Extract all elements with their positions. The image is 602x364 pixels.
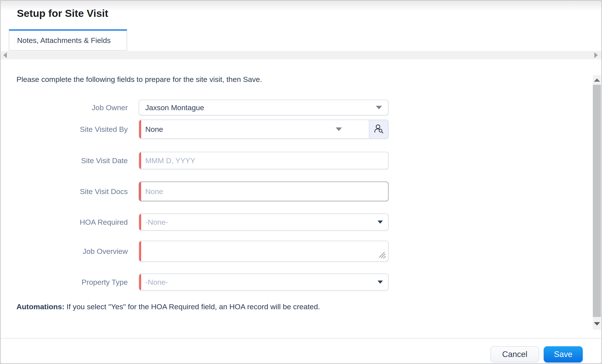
- property-type-value: -None-: [145, 278, 168, 286]
- site-visited-by-value: None: [145, 125, 163, 134]
- automation-note: Automations: If you select "Yes" for the…: [16, 302, 320, 311]
- tab-notes-attachments-fields[interactable]: Notes, Attachments & Fields: [9, 29, 127, 51]
- job-overview-field[interactable]: [139, 241, 388, 262]
- field-row-property-type: Property Type -None-: [1, 273, 393, 291]
- automation-note-prefix: Automations:: [16, 302, 64, 311]
- caret-down-icon: [377, 220, 383, 224]
- field-row-site-visit-date: Site Visit Date: [1, 152, 393, 169]
- property-type-picklist[interactable]: -None-: [139, 273, 388, 291]
- site-visit-date-input[interactable]: [139, 152, 388, 169]
- save-button[interactable]: Save: [544, 346, 583, 363]
- job-overview-textarea[interactable]: [145, 243, 388, 260]
- site-visit-date-field[interactable]: [139, 152, 388, 169]
- setup-site-visit-dialog: Setup for Site Visit Notes, Attachments …: [0, 0, 602, 364]
- caret-down-icon: [377, 281, 383, 284]
- field-row-hoa-required: HOA Required -None-: [1, 214, 393, 231]
- site-visit-docs-label: Site Visit Docs: [1, 182, 128, 201]
- cancel-button[interactable]: Cancel: [490, 346, 539, 363]
- arrow-down-icon[interactable]: [593, 318, 601, 330]
- field-row-site-visited-by: Site Visited By None: [1, 120, 393, 139]
- job-owner-label: Job Owner: [1, 100, 128, 115]
- site-visited-by-label: Site Visited By: [1, 120, 128, 139]
- field-row-site-visit-docs: Site Visit Docs: [1, 182, 393, 201]
- chevron-down-icon: [336, 127, 342, 131]
- user-search-icon: [374, 124, 384, 135]
- hoa-required-picklist[interactable]: -None-: [139, 214, 388, 231]
- property-type-label: Property Type: [1, 273, 128, 291]
- chevron-down-icon: [376, 106, 382, 109]
- arrow-right-icon[interactable]: [594, 52, 598, 58]
- job-owner-select[interactable]: Jaxson Montague: [139, 100, 388, 115]
- site-visited-by-select[interactable]: None: [139, 120, 388, 139]
- page-title: Setup for Site Visit: [17, 7, 108, 19]
- vertical-scrollbar[interactable]: [593, 75, 601, 330]
- site-visit-docs-input[interactable]: [139, 182, 388, 201]
- horizontal-scrollbar[interactable]: [1, 51, 601, 59]
- job-owner-value: Jaxson Montague: [145, 103, 204, 112]
- site-visit-date-label: Site Visit Date: [1, 152, 128, 169]
- hoa-required-label: HOA Required: [1, 214, 128, 231]
- arrow-left-icon[interactable]: [3, 52, 7, 58]
- job-overview-label: Job Overview: [1, 241, 128, 262]
- user-lookup-button[interactable]: [369, 120, 388, 138]
- hoa-required-value: -None-: [145, 218, 168, 227]
- automation-note-body: If you select "Yes" for the HOA Required…: [64, 302, 320, 311]
- resize-handle-icon[interactable]: [377, 250, 386, 260]
- arrow-up-icon[interactable]: [593, 75, 601, 85]
- field-row-job-overview: Job Overview: [1, 241, 393, 262]
- vertical-scrollbar-thumb[interactable]: [593, 85, 601, 317]
- site-visit-docs-field[interactable]: [139, 182, 388, 201]
- field-row-job-owner: Job Owner Jaxson Montague: [1, 100, 393, 115]
- tab-label: Notes, Attachments & Fields: [17, 36, 111, 45]
- instruction-text: Please complete the following fields to …: [16, 75, 262, 84]
